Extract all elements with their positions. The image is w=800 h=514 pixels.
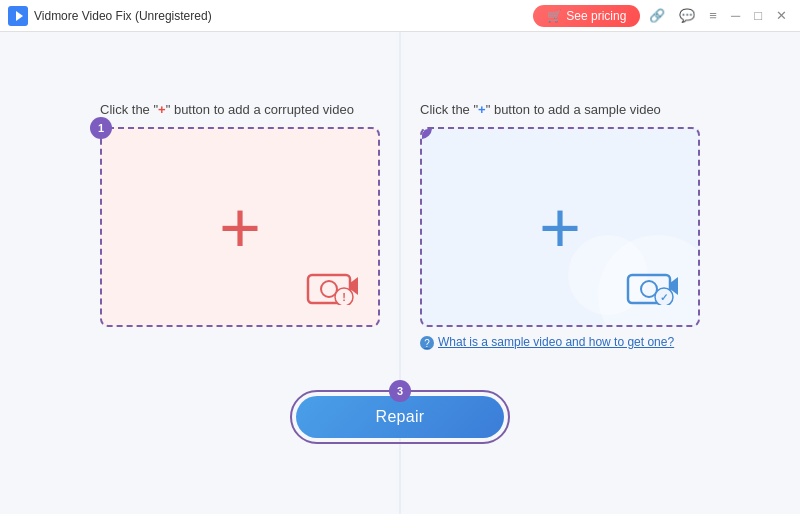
close-button[interactable]: ✕ <box>771 6 792 25</box>
help-link-text: What is a sample video and how to get on… <box>438 335 674 349</box>
main-content: Click the "+" button to add a corrupted … <box>0 32 800 514</box>
corrupted-video-upload-box[interactable]: 1 + ! <box>100 127 380 327</box>
link-icon[interactable]: 🔗 <box>644 6 670 25</box>
right-panel-label: Click the "+" button to add a sample vid… <box>420 102 661 117</box>
help-icon: ? <box>420 336 434 350</box>
minimize-button[interactable]: ─ <box>726 6 745 25</box>
left-panel-wrapper: Click the "+" button to add a corrupted … <box>100 102 380 327</box>
svg-text:!: ! <box>342 291 346 303</box>
repair-button-label: Repair <box>376 408 425 425</box>
chat-icon[interactable]: 💬 <box>674 6 700 25</box>
title-bar-left: Vidmore Video Fix (Unregistered) <box>8 6 212 26</box>
title-bar: Vidmore Video Fix (Unregistered) 🛒 See p… <box>0 0 800 32</box>
sample-camera-icon: ✓ <box>626 267 678 305</box>
repair-wrapper: 3 Repair <box>290 390 511 444</box>
right-panel-wrapper: Click the "+" button to add a sample vid… <box>420 102 700 350</box>
svg-text:✓: ✓ <box>660 292 668 303</box>
pricing-label: See pricing <box>566 9 626 23</box>
right-plus-highlight: + <box>478 102 486 117</box>
sample-video-help-link[interactable]: ? What is a sample video and how to get … <box>420 335 674 350</box>
maximize-button[interactable]: □ <box>749 6 767 25</box>
step-badge-2: 2 <box>420 127 432 139</box>
title-bar-right: 🛒 See pricing 🔗 💬 ≡ ─ □ ✕ <box>533 5 792 27</box>
app-logo-icon <box>8 6 28 26</box>
sample-video-upload-box[interactable]: 2 + ✓ <box>420 127 700 327</box>
app-title: Vidmore Video Fix (Unregistered) <box>34 9 212 23</box>
left-plus-highlight: + <box>158 102 166 117</box>
corrupted-camera-icon: ! <box>306 267 358 305</box>
step-badge-1: 1 <box>90 117 112 139</box>
repair-section: 3 Repair <box>290 390 511 444</box>
cart-icon: 🛒 <box>547 9 562 23</box>
repair-button[interactable]: Repair <box>296 396 505 438</box>
left-panel-label: Click the "+" button to add a corrupted … <box>100 102 354 117</box>
step-badge-3: 3 <box>389 380 411 402</box>
see-pricing-button[interactable]: 🛒 See pricing <box>533 5 640 27</box>
add-corrupted-plus-icon: + <box>219 191 261 263</box>
menu-icon[interactable]: ≡ <box>704 6 722 25</box>
